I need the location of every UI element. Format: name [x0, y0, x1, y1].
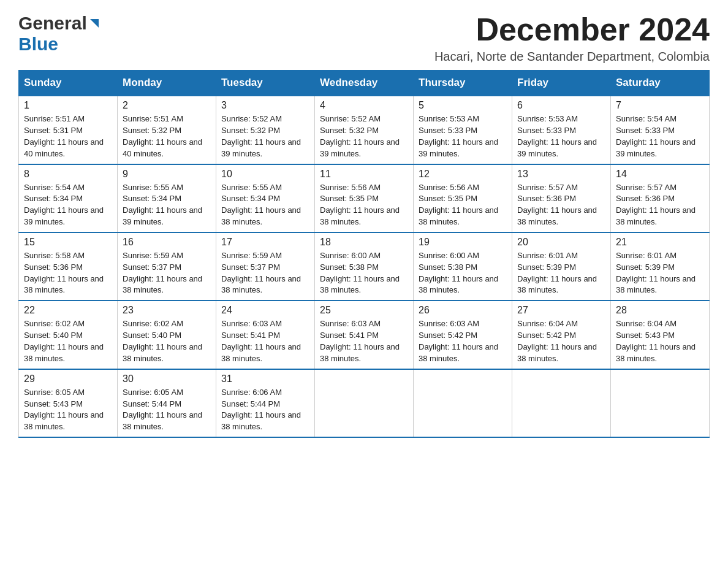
day-number: 21	[616, 237, 704, 248]
day-cell	[414, 369, 512, 437]
day-info: Sunrise: 5:55 AMSunset: 5:34 PMDaylight:…	[123, 182, 211, 228]
day-number: 20	[517, 237, 605, 248]
day-number: 1	[24, 100, 112, 111]
day-info: Sunrise: 5:56 AMSunset: 5:35 PMDaylight:…	[419, 182, 507, 228]
day-info: Sunrise: 6:02 AMSunset: 5:40 PMDaylight:…	[123, 318, 211, 364]
day-info: Sunrise: 5:59 AMSunset: 5:37 PMDaylight:…	[221, 250, 309, 296]
day-number: 29	[24, 373, 112, 385]
day-info: Sunrise: 6:01 AMSunset: 5:39 PMDaylight:…	[517, 250, 605, 296]
header: General Blue December 2024 Hacari, Norte…	[18, 12, 710, 64]
day-number: 13	[517, 169, 605, 180]
day-info: Sunrise: 5:57 AMSunset: 5:36 PMDaylight:…	[616, 182, 704, 228]
day-info: Sunrise: 5:59 AMSunset: 5:37 PMDaylight:…	[123, 250, 211, 296]
day-number: 24	[221, 305, 309, 316]
day-number: 12	[419, 169, 507, 180]
day-number: 30	[123, 373, 211, 385]
day-number: 31	[221, 373, 309, 385]
day-cell: 2Sunrise: 5:51 AMSunset: 5:32 PMDaylight…	[118, 96, 216, 164]
day-info: Sunrise: 6:06 AMSunset: 5:44 PMDaylight:…	[221, 387, 309, 433]
logo-general-text: General	[18, 13, 87, 33]
day-cell: 1Sunrise: 5:51 AMSunset: 5:31 PMDaylight…	[19, 96, 118, 164]
day-number: 17	[221, 237, 309, 248]
day-number: 9	[123, 169, 211, 180]
week-row-4: 22Sunrise: 6:02 AMSunset: 5:40 PMDayligh…	[19, 301, 710, 369]
day-cell	[315, 369, 414, 437]
calendar: SundayMondayTuesdayWednesdayThursdayFrid…	[18, 70, 710, 438]
day-cell: 14Sunrise: 5:57 AMSunset: 5:36 PMDayligh…	[611, 164, 710, 232]
day-cell: 20Sunrise: 6:01 AMSunset: 5:39 PMDayligh…	[512, 232, 611, 301]
week-row-1: 1Sunrise: 5:51 AMSunset: 5:31 PMDaylight…	[19, 96, 710, 164]
day-cell: 26Sunrise: 6:03 AMSunset: 5:42 PMDayligh…	[414, 301, 512, 369]
day-info: Sunrise: 5:56 AMSunset: 5:35 PMDaylight:…	[320, 182, 408, 228]
week-row-5: 29Sunrise: 6:05 AMSunset: 5:43 PMDayligh…	[19, 369, 710, 437]
weekday-header-friday: Friday	[512, 71, 611, 96]
day-cell: 25Sunrise: 6:03 AMSunset: 5:41 PMDayligh…	[315, 301, 414, 369]
title-block: December 2024 Hacari, Norte de Santander…	[434, 12, 710, 64]
day-cell: 19Sunrise: 6:00 AMSunset: 5:38 PMDayligh…	[414, 232, 512, 301]
logo-triangle-icon	[89, 12, 100, 33]
day-number: 26	[419, 305, 507, 316]
day-cell: 6Sunrise: 5:53 AMSunset: 5:33 PMDaylight…	[512, 96, 611, 164]
day-info: Sunrise: 6:00 AMSunset: 5:38 PMDaylight:…	[419, 250, 507, 296]
day-cell: 27Sunrise: 6:04 AMSunset: 5:42 PMDayligh…	[512, 301, 611, 369]
day-info: Sunrise: 6:04 AMSunset: 5:43 PMDaylight:…	[616, 318, 704, 364]
day-number: 6	[517, 100, 605, 111]
svg-marker-0	[90, 19, 99, 28]
day-number: 11	[320, 169, 408, 180]
month-title: December 2024	[434, 12, 710, 47]
day-number: 5	[419, 100, 507, 111]
day-info: Sunrise: 6:05 AMSunset: 5:43 PMDaylight:…	[24, 387, 112, 433]
day-info: Sunrise: 6:03 AMSunset: 5:42 PMDaylight:…	[419, 318, 507, 364]
day-info: Sunrise: 6:04 AMSunset: 5:42 PMDaylight:…	[517, 318, 605, 364]
day-info: Sunrise: 5:52 AMSunset: 5:32 PMDaylight:…	[221, 113, 309, 159]
day-info: Sunrise: 5:57 AMSunset: 5:36 PMDaylight:…	[517, 182, 605, 228]
day-cell: 22Sunrise: 6:02 AMSunset: 5:40 PMDayligh…	[19, 301, 118, 369]
day-number: 8	[24, 169, 112, 180]
day-info: Sunrise: 5:55 AMSunset: 5:34 PMDaylight:…	[221, 182, 309, 228]
day-number: 3	[221, 100, 309, 111]
day-cell: 12Sunrise: 5:56 AMSunset: 5:35 PMDayligh…	[414, 164, 512, 232]
day-info: Sunrise: 6:01 AMSunset: 5:39 PMDaylight:…	[616, 250, 704, 296]
day-cell: 23Sunrise: 6:02 AMSunset: 5:40 PMDayligh…	[118, 301, 216, 369]
day-number: 7	[616, 100, 704, 111]
day-cell: 15Sunrise: 5:58 AMSunset: 5:36 PMDayligh…	[19, 232, 118, 301]
day-info: Sunrise: 6:02 AMSunset: 5:40 PMDaylight:…	[24, 318, 112, 364]
day-cell: 21Sunrise: 6:01 AMSunset: 5:39 PMDayligh…	[611, 232, 710, 301]
day-cell	[611, 369, 710, 437]
day-number: 18	[320, 237, 408, 248]
day-number: 22	[24, 305, 112, 316]
day-info: Sunrise: 5:53 AMSunset: 5:33 PMDaylight:…	[419, 113, 507, 159]
location-title: Hacari, Norte de Santander Department, C…	[434, 50, 710, 64]
day-cell: 9Sunrise: 5:55 AMSunset: 5:34 PMDaylight…	[118, 164, 216, 232]
logo-blue-text: Blue	[18, 34, 100, 54]
day-info: Sunrise: 5:58 AMSunset: 5:36 PMDaylight:…	[24, 250, 112, 296]
weekday-header-tuesday: Tuesday	[216, 71, 315, 96]
day-cell: 10Sunrise: 5:55 AMSunset: 5:34 PMDayligh…	[216, 164, 315, 232]
day-cell: 24Sunrise: 6:03 AMSunset: 5:41 PMDayligh…	[216, 301, 315, 369]
day-info: Sunrise: 5:54 AMSunset: 5:34 PMDaylight:…	[24, 182, 112, 228]
day-cell: 13Sunrise: 5:57 AMSunset: 5:36 PMDayligh…	[512, 164, 611, 232]
day-cell: 11Sunrise: 5:56 AMSunset: 5:35 PMDayligh…	[315, 164, 414, 232]
day-info: Sunrise: 6:05 AMSunset: 5:44 PMDaylight:…	[123, 387, 211, 433]
logo-line1: General	[18, 12, 100, 34]
day-cell: 30Sunrise: 6:05 AMSunset: 5:44 PMDayligh…	[118, 369, 216, 437]
day-cell: 17Sunrise: 5:59 AMSunset: 5:37 PMDayligh…	[216, 232, 315, 301]
logo: General Blue	[18, 12, 100, 54]
day-cell	[512, 369, 611, 437]
day-cell: 3Sunrise: 5:52 AMSunset: 5:32 PMDaylight…	[216, 96, 315, 164]
weekday-header-wednesday: Wednesday	[315, 71, 414, 96]
day-number: 4	[320, 100, 408, 111]
day-number: 16	[123, 237, 211, 248]
day-cell: 31Sunrise: 6:06 AMSunset: 5:44 PMDayligh…	[216, 369, 315, 437]
day-number: 25	[320, 305, 408, 316]
day-info: Sunrise: 5:52 AMSunset: 5:32 PMDaylight:…	[320, 113, 408, 159]
weekday-header-row: SundayMondayTuesdayWednesdayThursdayFrid…	[19, 71, 710, 96]
day-info: Sunrise: 6:03 AMSunset: 5:41 PMDaylight:…	[221, 318, 309, 364]
day-info: Sunrise: 6:03 AMSunset: 5:41 PMDaylight:…	[320, 318, 408, 364]
day-cell: 4Sunrise: 5:52 AMSunset: 5:32 PMDaylight…	[315, 96, 414, 164]
day-number: 27	[517, 305, 605, 316]
day-info: Sunrise: 5:54 AMSunset: 5:33 PMDaylight:…	[616, 113, 704, 159]
day-info: Sunrise: 5:53 AMSunset: 5:33 PMDaylight:…	[517, 113, 605, 159]
day-cell: 18Sunrise: 6:00 AMSunset: 5:38 PMDayligh…	[315, 232, 414, 301]
day-number: 10	[221, 169, 309, 180]
